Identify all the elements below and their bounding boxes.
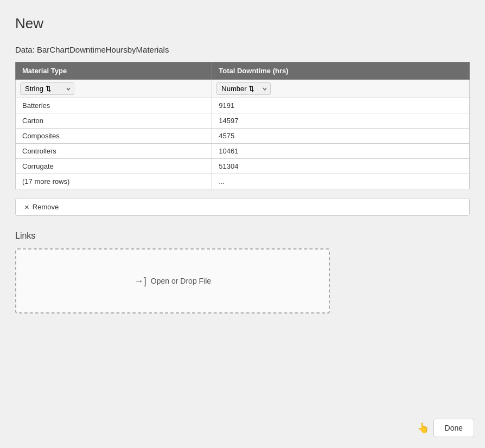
cell-material: Carton xyxy=(16,113,212,129)
cell-material: Composites xyxy=(16,129,212,144)
cursor-icon: 👆 xyxy=(417,422,429,434)
done-button-container: 👆 Done xyxy=(417,419,474,437)
page-container: New Data: BarChartDowntimeHoursbyMateria… xyxy=(0,0,485,448)
cell-more-rows: (17 more rows) xyxy=(16,174,212,189)
cell-downtime: 14597 xyxy=(212,113,470,129)
material-type-select[interactable]: String ⇅ Number Boolean xyxy=(20,82,74,95)
cell-downtime: 10461 xyxy=(212,144,470,159)
done-label: Done xyxy=(445,424,463,432)
cell-downtime: 9191 xyxy=(212,98,470,113)
drop-zone[interactable]: →] Open or Drop File xyxy=(15,248,330,313)
cell-more-rows-value: ... xyxy=(212,174,470,189)
table-row: Batteries 9191 xyxy=(16,98,470,113)
table-row-more: (17 more rows) ... xyxy=(16,174,470,189)
table-row: Composites 4575 xyxy=(16,129,470,144)
downtime-type-select[interactable]: Number ⇅ String Boolean xyxy=(216,82,271,95)
type-selector-cell-material[interactable]: String ⇅ Number Boolean xyxy=(16,80,212,98)
cell-downtime: 4575 xyxy=(212,129,470,144)
cell-material: Controllers xyxy=(16,144,212,159)
links-section: Links →] Open or Drop File xyxy=(15,231,470,313)
open-file-icon: →] xyxy=(134,276,146,287)
cell-downtime: 51304 xyxy=(212,159,470,174)
links-title: Links xyxy=(15,231,470,241)
table-row: Corrugate 51304 xyxy=(16,159,470,174)
cell-material: Corrugate xyxy=(16,159,212,174)
table-row: Controllers 10461 xyxy=(16,144,470,159)
x-icon: × xyxy=(24,202,29,212)
page-title: New xyxy=(15,15,470,32)
type-selector-cell-downtime[interactable]: Number ⇅ String Boolean xyxy=(212,80,470,98)
drop-zone-content: →] Open or Drop File xyxy=(134,276,211,287)
cell-material: Batteries xyxy=(16,98,212,113)
remove-button[interactable]: × Remove xyxy=(15,198,470,216)
data-table: Material Type Total Downtime (hrs) Strin… xyxy=(15,62,470,189)
table-row: Carton 14597 xyxy=(16,113,470,129)
remove-label: Remove xyxy=(33,203,59,211)
col-header-material-type: Material Type xyxy=(16,62,212,80)
drop-zone-label: Open or Drop File xyxy=(151,277,211,285)
col-header-total-downtime: Total Downtime (hrs) xyxy=(212,62,470,80)
type-selector-row: String ⇅ Number Boolean Number ⇅ String … xyxy=(16,80,470,98)
done-button[interactable]: Done xyxy=(433,419,474,437)
data-section-label: Data: BarChartDowntimeHoursbyMaterials xyxy=(15,45,470,62)
